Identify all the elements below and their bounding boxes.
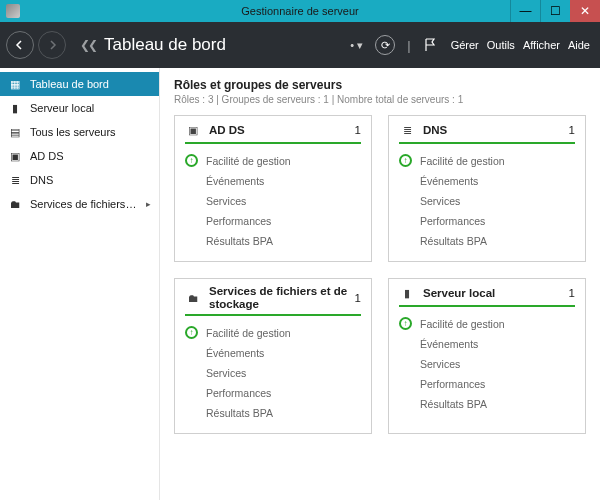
tile-link-services[interactable]: Services [399,191,575,211]
tile-link-events[interactable]: Événements [399,334,575,354]
tile-link-services[interactable]: Services [185,363,361,383]
sidebar-item-label: Serveur local [30,102,151,114]
section-subtitle: Rôles : 3 | Groupes de serveurs : 1 | No… [174,94,586,105]
separator: | [407,38,410,53]
tile-link-manageability[interactable]: ↑Facilité de gestion [185,150,361,171]
menu-help[interactable]: Aide [568,39,590,51]
tile-link-bpa[interactable]: Résultats BPA [399,231,575,251]
sidebar: ▦Tableau de bord▮Serveur local▤Tous les … [0,68,160,500]
tile-link-manageability[interactable]: ↑Facilité de gestion [399,313,575,334]
tile-title: AD DS [209,124,349,137]
tile-title: DNS [423,124,563,137]
sidebar-item-0[interactable]: ▦Tableau de bord [0,72,159,96]
window-title: Gestionnaire de serveur [241,5,358,17]
role-tile-2: 🖿Services de fichiers et de stockage1↑Fa… [174,278,372,434]
sidebar-item-label: Tous les serveurs [30,126,151,138]
dashboard-icon: ▦ [8,78,22,91]
close-button[interactable]: ✕ [570,0,600,22]
forward-button[interactable] [38,31,66,59]
servers-icon: ▤ [8,126,22,139]
status-ok-icon: ↑ [185,154,198,167]
arrow-right-icon [46,39,58,51]
sidebar-item-5[interactable]: 🖿Services de fichiers et d...▸ [0,192,159,216]
tile-link-bpa[interactable]: Résultats BPA [185,231,361,251]
adds-icon: ▣ [8,150,22,163]
menu-tools[interactable]: Outils [487,39,515,51]
sidebar-item-3[interactable]: ▣AD DS [0,144,159,168]
window-controls: — ☐ ✕ [510,0,600,22]
content-area: Rôles et groupes de serveurs Rôles : 3 |… [160,68,600,500]
files-icon: 🖿 [185,290,201,306]
tile-count: 1 [569,124,575,136]
tile-title: Services de fichiers et de stockage [209,285,349,310]
app-icon [6,4,20,18]
status-ok-icon: ↑ [185,326,198,339]
tile-count: 1 [355,124,361,136]
sidebar-item-label: DNS [30,174,151,186]
title-bar: Gestionnaire de serveur — ☐ ✕ [0,0,600,22]
breadcrumb-separator-icon: ❮❮ [80,38,96,52]
refresh-button[interactable]: ⟳ [375,35,395,55]
sidebar-item-label: Services de fichiers et d... [30,198,138,210]
flag-icon [423,38,437,52]
dns-icon: ≣ [399,122,415,138]
menu-view[interactable]: Afficher [523,39,560,51]
maximize-button[interactable]: ☐ [540,0,570,22]
menu-manage[interactable]: Gérer [451,39,479,51]
dns-icon: ≣ [8,174,22,187]
adds-icon: ▣ [185,122,201,138]
status-ok-icon: ↑ [399,317,412,330]
tile-link-manageability[interactable]: ↑Facilité de gestion [185,322,361,343]
tile-count: 1 [355,292,361,304]
server-icon: ▮ [399,285,415,301]
sidebar-item-1[interactable]: ▮Serveur local [0,96,159,120]
files-icon: 🖿 [8,198,22,210]
tile-header[interactable]: 🖿Services de fichiers et de stockage1 [185,285,361,316]
tile-link-events[interactable]: Événements [185,343,361,363]
toolbar: ❮❮ Tableau de bord • ▾ ⟳ | Gérer Outils … [0,22,600,68]
minimize-button[interactable]: — [510,0,540,22]
dropdown-indicator-icon[interactable]: • ▾ [350,39,363,52]
tile-header[interactable]: ▮Serveur local1 [399,285,575,307]
sidebar-item-label: AD DS [30,150,151,162]
role-tile-1: ≣DNS1↑Facilité de gestionÉvénementsServi… [388,115,586,262]
role-tile-3: ▮Serveur local1↑Facilité de gestionÉvéne… [388,278,586,434]
back-button[interactable] [6,31,34,59]
tile-title: Serveur local [423,287,563,300]
tile-link-performance[interactable]: Performances [399,211,575,231]
section-title: Rôles et groupes de serveurs [174,78,586,92]
tile-link-services[interactable]: Services [185,191,361,211]
tile-grid: ▣AD DS1↑Facilité de gestionÉvénementsSer… [174,115,586,434]
tile-link-services[interactable]: Services [399,354,575,374]
tile-count: 1 [569,287,575,299]
tile-link-events[interactable]: Événements [185,171,361,191]
tile-link-performance[interactable]: Performances [399,374,575,394]
role-tile-0: ▣AD DS1↑Facilité de gestionÉvénementsSer… [174,115,372,262]
tile-header[interactable]: ▣AD DS1 [185,122,361,144]
server-icon: ▮ [8,102,22,115]
status-ok-icon: ↑ [399,154,412,167]
sidebar-item-2[interactable]: ▤Tous les serveurs [0,120,159,144]
tile-link-bpa[interactable]: Résultats BPA [399,394,575,414]
arrow-left-icon [14,39,26,51]
chevron-right-icon: ▸ [146,199,151,209]
tile-link-bpa[interactable]: Résultats BPA [185,403,361,423]
page-title: Tableau de bord [104,35,226,55]
tile-header[interactable]: ≣DNS1 [399,122,575,144]
sidebar-item-label: Tableau de bord [30,78,151,90]
notifications-button[interactable] [423,38,437,52]
tile-link-performance[interactable]: Performances [185,383,361,403]
tile-link-manageability[interactable]: ↑Facilité de gestion [399,150,575,171]
tile-link-performance[interactable]: Performances [185,211,361,231]
tile-link-events[interactable]: Événements [399,171,575,191]
sidebar-item-4[interactable]: ≣DNS [0,168,159,192]
